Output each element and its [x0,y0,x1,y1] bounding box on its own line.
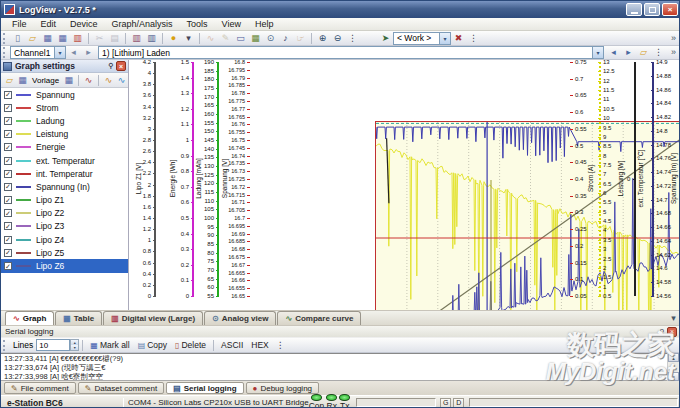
menu-item-view[interactable]: View [215,19,248,29]
curve-list-item-lipo-z2[interactable]: ✓Lipo Z2 [1,207,128,220]
work-combobox[interactable]: < Work >▾ [393,32,451,45]
zoom-in-icon[interactable]: ⊕ [315,32,330,45]
dataset-overflow-icon[interactable]: ⋮ [651,46,666,59]
tab-dataset-comment[interactable]: ✎Dataset comment [78,382,164,394]
menu-item-help[interactable]: Help [248,19,281,29]
serial-close-icon[interactable]: × [667,327,677,337]
save-icon[interactable]: ▦ [40,32,55,45]
tab-graph[interactable]: ∿Graph [5,311,54,325]
pan-hand-icon[interactable]: ☞ [293,32,308,45]
curve-list-item-lipo-z1[interactable]: ✓Lipo Z1 [1,194,128,207]
toolbar-grip[interactable] [3,47,8,58]
next-dataset-icon[interactable]: ▸ [621,46,636,59]
lines-stepper[interactable]: ▴▾ [70,339,79,351]
dropdown-icon[interactable]: ▾ [439,33,450,44]
curve-list-item-lipo-z3[interactable]: ✓Lipo Z3 [1,220,128,233]
sound-icon[interactable]: ♪ [278,32,293,45]
checkbox-icon[interactable]: ✓ [4,157,12,165]
lines-input[interactable] [36,339,70,351]
start-recording-icon[interactable]: ● [166,32,181,45]
title-bar[interactable]: LogView - V2.7.5 * × [1,1,680,18]
tab-file-comment[interactable]: ✎File comment [4,382,76,394]
delete-button[interactable]: ▯Delete [171,339,210,352]
copy-button[interactable]: ▤Copy [134,339,171,352]
curve-list-item-spannung[interactable]: ✓Spannung [1,88,128,101]
history-back-icon[interactable]: ◂ [66,46,81,59]
curve-list-item-ladung[interactable]: ✓Ladung [1,114,128,127]
curve-config-icon[interactable]: ∿ [82,74,95,87]
checkbox-icon[interactable]: ✓ [4,117,12,125]
menu-item-file[interactable]: File [5,19,34,29]
history-forward-icon[interactable]: ▸ [81,46,96,59]
table-tool-icon[interactable]: ▦ [248,32,263,45]
minimize-button[interactable] [626,3,642,16]
tab-debug-logging[interactable]: ●Debug logging [246,382,319,394]
scroll-up-icon[interactable]: ▴ [668,353,679,362]
curve-list-item-strom[interactable]: ✓Strom [1,101,128,114]
curve-list-item-leistung[interactable]: ✓Leistung [1,128,128,141]
checkbox-icon[interactable]: ✓ [4,130,12,138]
timer-icon[interactable]: ⊙ [263,32,278,45]
graph-settings-header[interactable]: Graph settings ⚲ × [1,60,128,73]
checkbox-icon[interactable]: ✓ [4,196,12,204]
recording-menu-icon[interactable]: ▾ [181,32,196,45]
checkbox-icon[interactable]: ✓ [4,209,12,217]
toolbar-overflow-icon[interactable]: ⋮ [466,32,481,45]
read-device-icon[interactable]: ▥ [144,32,159,45]
serial-pin-icon[interactable]: ⚲ [657,327,667,337]
checkbox-icon[interactable]: ✓ [4,91,12,99]
curve-scale-icon[interactable]: ∿ [102,74,115,87]
menu-item-device[interactable]: Device [63,19,105,29]
dropdown-icon[interactable]: ▾ [54,47,65,58]
prev-dataset-icon[interactable]: ◂ [606,46,621,59]
hex-button[interactable]: HEX [247,339,272,352]
tab-serial-logging[interactable]: ▤Serial logging [166,382,243,394]
menu-item-edit[interactable]: Edit [34,19,64,29]
open-file-icon[interactable]: ▱ [25,32,40,45]
curve-list-item-int--temperatur[interactable]: ✓int. Temperatur [1,167,128,180]
tab-table[interactable]: ▦Table [55,311,102,325]
curve-list-item-lipo-z4[interactable]: ✓Lipo Z4 [1,233,128,246]
curve-list-item-energie[interactable]: ✓Energie [1,141,128,154]
serial-overflow-icon[interactable]: ⋮ [273,339,288,352]
save-all-icon[interactable]: ▦ [55,32,70,45]
curve-list-item-ext--temperatur[interactable]: ✓ext. Temperatur [1,154,128,167]
template-open-icon[interactable]: ▱ [3,74,16,87]
stepper-down-icon[interactable]: ▾ [71,345,78,350]
template-save-as-icon[interactable]: ▦ [62,74,75,87]
checkbox-icon[interactable]: ✓ [4,183,12,191]
checkbox-icon[interactable]: ✓ [4,262,12,270]
menu-item-tools[interactable]: Tools [180,19,215,29]
serial-logging-header[interactable]: Serial logging ⚲ × [1,325,680,337]
template-save-icon[interactable]: ▦ [16,74,29,87]
toolbar-chevron-icon[interactable]: » [666,32,680,45]
checkbox-icon[interactable]: ✓ [4,170,12,178]
window-tool-icon[interactable]: ▭ [233,32,248,45]
zoom-menu-icon[interactable]: ⋮ [345,32,360,45]
toolbar-grip[interactable] [3,33,8,44]
dataset-field[interactable]: 1) [Lithium] Laden▾ [98,46,604,59]
pin-icon[interactable]: ⚲ [106,61,116,71]
log-scrollbar[interactable]: ▴ ▾ [667,353,679,381]
tab-compare-curve[interactable]: ∿Compare curve [277,311,361,325]
scroll-down-icon[interactable]: ▾ [668,372,679,381]
checkbox-icon[interactable]: ✓ [4,104,12,112]
close-button[interactable]: × [662,3,678,16]
restore-button[interactable] [644,3,660,16]
curve-list-item-lipo-z5[interactable]: ✓Lipo Z5 [1,246,128,259]
open-dataset-icon[interactable]: ▱ [636,46,651,59]
toolbar-grip[interactable] [3,340,8,351]
tab-analog-view[interactable]: ⊙Analog view [204,311,276,325]
curve-list-item-lipo-z6[interactable]: ✓Lipo Z6 [1,259,128,272]
dropdown-icon[interactable]: ▾ [592,47,603,58]
channel-combobox[interactable]: Channel1▾ [10,46,66,59]
connect-device-icon[interactable]: ➤ [378,32,393,45]
ascii-button[interactable]: ASCII [217,339,247,352]
import-log-icon[interactable]: ▥ [129,32,144,45]
viewtabs-chevron-icon[interactable]: ▾ [666,312,680,325]
checkbox-icon[interactable]: ✓ [4,249,12,257]
menu-item-graph-analysis[interactable]: Graph/Analysis [105,19,180,29]
new-file-icon[interactable]: ▯ [10,32,25,45]
checkbox-icon[interactable]: ✓ [4,143,12,151]
zoom-out-icon[interactable]: ⊖ [330,32,345,45]
